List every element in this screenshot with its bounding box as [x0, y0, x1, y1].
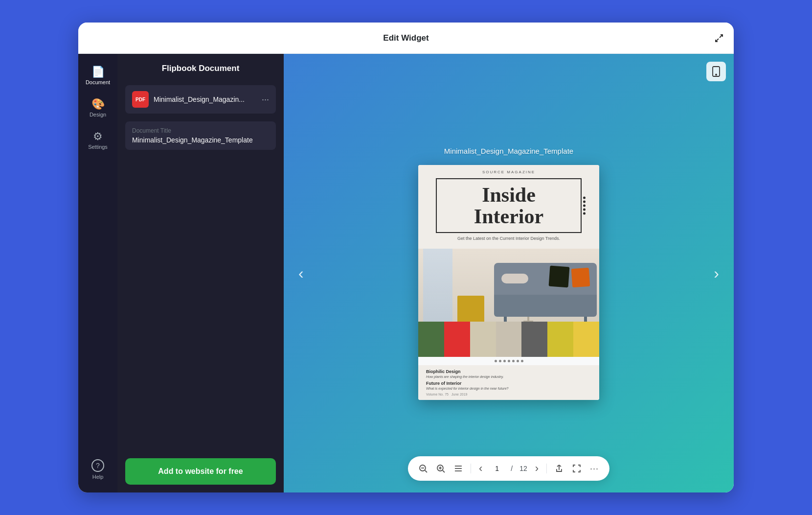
design-icon: 🎨 [91, 99, 105, 110]
pillow-roll [501, 274, 528, 283]
dot-sm-2 [499, 360, 501, 362]
document-menu-button[interactable]: ··· [262, 94, 269, 105]
dots-row [495, 360, 523, 362]
article1-body: How plants are shaping the interior desi… [426, 375, 591, 378]
main-window: Edit Widget 📄 Document 🎨 Design ⚙ [78, 23, 734, 492]
toc-button[interactable] [453, 464, 464, 473]
dot-5 [583, 212, 586, 214]
volume-date: Volume No. 75 June 2019 [426, 393, 591, 396]
dot-sm-6 [517, 360, 519, 362]
sidebar-document-label: Document [86, 79, 110, 85]
rug [418, 322, 599, 357]
prev-button[interactable]: ‹ [478, 461, 483, 476]
dot-2 [583, 200, 586, 203]
dot-sm-1 [495, 360, 497, 362]
couch-seat [494, 295, 597, 317]
add-to-website-button[interactable]: Add to website for free [125, 458, 276, 485]
mobile-view-button[interactable] [706, 62, 726, 81]
panel-title: Flipbook Document [125, 64, 276, 73]
rug-seg-2 [444, 322, 470, 357]
expand-button[interactable] [714, 33, 724, 43]
header: Edit Widget [78, 23, 734, 54]
help-icon: ? [91, 459, 104, 472]
rug-seg-3 [470, 322, 496, 357]
article1-title: Biophilic Design [426, 369, 591, 374]
pillow-dark [549, 266, 570, 288]
rug-seg-7 [573, 322, 599, 357]
dot-3 [583, 204, 586, 207]
page-separator: / [511, 465, 513, 472]
header-title: Edit Widget [383, 33, 429, 43]
rug-seg-4 [496, 322, 522, 357]
title-dots-right [583, 196, 586, 214]
sidebar-item-document[interactable]: 📄 Document [81, 62, 114, 90]
next-page-button[interactable]: › [709, 259, 724, 287]
dot-sm-7 [521, 360, 523, 362]
preview-area: Minimalist_Design_Magazine_Template ‹ › … [284, 54, 734, 492]
zoom-in-button[interactable] [435, 463, 446, 474]
document-title-label: Document Title [132, 127, 269, 134]
magazine-title-box: Inside Interior [436, 178, 582, 233]
rug-seg-1 [418, 322, 444, 357]
dot-sm-4 [508, 360, 510, 362]
rug-seg-5 [521, 322, 547, 357]
document-title-field[interactable]: Document Title Minimalist_Design_Magazin… [125, 121, 276, 150]
magazine-source: SOURCE MAGAZINE [426, 170, 591, 174]
magazine-top: SOURCE MAGAZINE Inside Interior Get the … [418, 165, 599, 249]
magazine-subtitle: Get the Latest on the Current Interior D… [436, 236, 582, 241]
sidebar-design-label: Design [90, 112, 106, 117]
toolbar-divider-1 [471, 464, 471, 473]
document-title-value: Minimalist_Design_Magazine_Template [132, 136, 269, 144]
prev-page-button[interactable]: ‹ [293, 259, 309, 287]
magazine-photo [418, 249, 599, 357]
dot-1 [583, 196, 586, 199]
zoom-out-button[interactable] [418, 463, 429, 474]
dot-sm-3 [503, 360, 506, 362]
sidebar-item-settings[interactable]: ⚙ Settings [81, 126, 114, 155]
svg-point-3 [716, 74, 717, 75]
magazine-main-title-line2: Interior [445, 206, 573, 227]
sidebar-icons: 📄 Document 🎨 Design ⚙ Settings ? Help [78, 54, 117, 492]
document-item[interactable]: PDF Minimalist_Design_Magazin... ··· [125, 85, 276, 114]
magazine-cover: SOURCE MAGAZINE Inside Interior Get the … [418, 165, 599, 400]
share-button[interactable] [554, 463, 564, 474]
main-area: 📄 Document 🎨 Design ⚙ Settings ? Help Fl… [78, 54, 734, 492]
left-panel: Flipbook Document PDF Minimalist_Design_… [117, 54, 284, 492]
document-icon: 📄 [91, 67, 105, 77]
page-total: 12 [519, 465, 527, 472]
settings-icon: ⚙ [93, 131, 103, 142]
fullscreen-button[interactable] [571, 463, 582, 474]
page-input[interactable]: 1 [490, 465, 504, 472]
dot-4 [583, 208, 586, 211]
svg-line-8 [443, 470, 445, 472]
next-button[interactable]: › [534, 461, 540, 476]
toolbar: ‹ 1 / 12 › [408, 456, 609, 481]
couch-back [494, 263, 597, 295]
sidebar-item-help[interactable]: ? Help [81, 454, 114, 485]
article2-body: What is expected for interior design in … [426, 387, 591, 390]
sidebar-help-label: Help [92, 474, 104, 480]
magazine-main-title-line1: Inside [445, 184, 573, 206]
couch [494, 263, 597, 323]
magazine-bottom-text: Biophilic Design How plants are shaping … [418, 365, 599, 400]
dot-sm-5 [512, 360, 515, 362]
sidebar-settings-label: Settings [88, 144, 108, 150]
sidebar-item-design[interactable]: 🎨 Design [81, 94, 114, 122]
pdf-icon: PDF [132, 91, 149, 108]
preview-title: Minimalist_Design_Magazine_Template [444, 147, 573, 155]
svg-line-5 [425, 470, 427, 472]
more-options-button[interactable]: ··· [589, 463, 600, 475]
document-name: Minimalist_Design_Magazin... [154, 95, 257, 103]
side-table [457, 296, 484, 323]
toolbar-divider-2 [546, 464, 547, 473]
article2-title: Future of Interior [426, 381, 591, 386]
pillow-orange [571, 267, 590, 287]
rug-seg-6 [547, 322, 573, 357]
